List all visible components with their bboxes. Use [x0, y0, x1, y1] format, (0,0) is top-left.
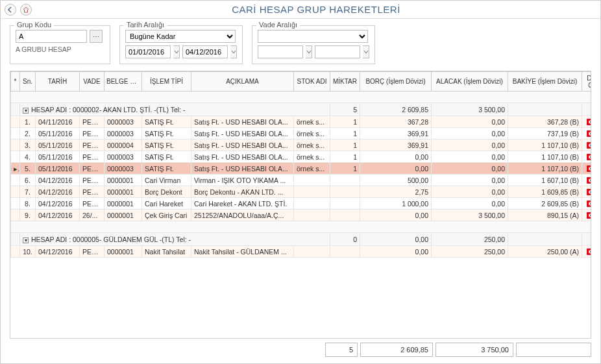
cell-tip: SATIŞ Ft.	[142, 140, 191, 151]
vade-from-input[interactable]	[258, 45, 303, 58]
calendar-icon[interactable]	[306, 45, 312, 58]
col-vade[interactable]: VADE	[80, 72, 104, 91]
total-borc: 2 609,85	[360, 343, 433, 357]
cell-stok: örnek s...	[294, 163, 330, 175]
col-alacak[interactable]: ALACAK (İşlem Dövizi)	[432, 72, 508, 91]
cell-stok	[294, 175, 330, 186]
col-tip[interactable]: İŞLEM TİPİ	[142, 72, 191, 91]
col-marker[interactable]: *	[11, 72, 20, 91]
flag-tr-icon	[587, 212, 591, 219]
table-row[interactable]: 9. 04/12/2016 26/... 0000001 Çek Giriş C…	[11, 210, 592, 221]
tarih-group: Tarih Aralığı Bugüne Kadar	[119, 25, 243, 64]
cell-belge: 0000003	[104, 128, 142, 140]
cell-vade: PEŞİN	[80, 198, 104, 210]
tarih-from-input[interactable]	[125, 45, 171, 58]
cell-tip: Çek Giriş Cari	[142, 210, 191, 221]
cell-belge: 0000001	[104, 175, 142, 186]
group-miktar: 0	[330, 233, 360, 246]
cell-aciklama: Satış Ft. - USD HESABI OLA...	[191, 163, 294, 175]
group-alacak: 3 500,00	[432, 103, 508, 116]
cell-stok: örnek s...	[294, 140, 330, 151]
table-row[interactable]: 2. 05/11/2016 PEŞİN 0000003 SATIŞ Ft. Sa…	[11, 128, 592, 140]
grup-kodu-lookup-button[interactable]: ⋯	[90, 30, 103, 43]
col-bakiye[interactable]: BAKİYE (İşlem Dövizi)	[508, 72, 582, 91]
cell-sn: 6.	[20, 175, 36, 186]
col-belge[interactable]: BELGE NO	[104, 72, 142, 91]
table-row[interactable]: 8. 04/12/2016 PEŞİN 0000001 Cari Hareket…	[11, 198, 592, 210]
cell-borc: 369,91	[360, 128, 432, 140]
vade-mode-select[interactable]	[258, 30, 368, 43]
collapse-icon[interactable]: ▾	[23, 108, 29, 114]
grup-kodu-input[interactable]	[16, 30, 87, 43]
cell-miktar: 1	[330, 163, 360, 175]
data-grid[interactable]: * Sn. TARİH VADE BELGE NO İŞLEM TİPİ AÇI…	[10, 71, 591, 339]
cell-alacak: 250,00	[432, 246, 508, 258]
group-header-row[interactable]: ▾HESAP ADI : 0000005- GÜLDANEM GÜL -(TL)…	[11, 233, 592, 246]
group-alacak: 250,00	[432, 233, 508, 246]
group-header-row[interactable]: ▾HESAP ADI : 0000002- AKAN LTD. ŞTİ. -(T…	[11, 103, 592, 116]
cell-alacak: 0,00	[432, 175, 508, 186]
cell-aciklama: Satış Ft. - USD HESABI OLA...	[191, 151, 294, 163]
table-row[interactable]: ▸ 5. 05/11/2016 PEŞİN 0000003 SATIŞ Ft. …	[11, 163, 592, 175]
cell-doviz: TL	[582, 116, 592, 128]
cell-alacak: 0,00	[432, 140, 508, 151]
col-sn[interactable]: Sn.	[20, 72, 36, 91]
cell-tarih: 04/12/2016	[36, 210, 80, 221]
tarih-mode-select[interactable]: Bugüne Kadar	[125, 30, 236, 43]
cell-bakiye: 1 107,10 (B)	[508, 163, 582, 175]
cell-borc: 2,75	[360, 186, 432, 198]
col-borc[interactable]: BORÇ (İşlem Dövizi)	[360, 72, 432, 91]
cell-aciklama: Satış Ft. - USD HESABI OLA...	[191, 140, 294, 151]
cell-tip: SATIŞ Ft.	[142, 163, 191, 175]
col-stok[interactable]: STOK ADI	[294, 72, 330, 91]
cell-sn: 2.	[20, 128, 36, 140]
cell-alacak: 3 500,00	[432, 210, 508, 221]
cell-belge: 0000001	[104, 186, 142, 198]
table-row[interactable]: 10. 04/12/2016 PEŞİN 0000001 Nakit Tahsi…	[11, 246, 592, 258]
cell-aciklama: Nakit Tahsilat - GÜLDANEM ...	[191, 246, 294, 258]
cell-stok: örnek s...	[294, 128, 330, 140]
cell-vade: PEŞİN	[80, 175, 104, 186]
back-button[interactable]	[5, 4, 16, 16]
cell-tip: Cari Virman	[142, 175, 191, 186]
cell-tarih: 05/11/2016	[36, 140, 80, 151]
col-doviz[interactable]: DÖVİZ CİNSİ	[582, 72, 592, 91]
table-row[interactable]: 3. 05/11/2016 PEŞİN 0000004 SATIŞ Ft. Sa…	[11, 140, 592, 151]
tarih-legend: Tarih Aralığı	[124, 21, 167, 29]
cell-doviz: TL	[582, 140, 592, 151]
total-bakiye	[516, 343, 591, 357]
table-row[interactable]: 6. 04/12/2016 PEŞİN 0000001 Cari Virman …	[11, 175, 592, 186]
flag-tr-icon	[587, 189, 591, 195]
vade-to-input[interactable]	[315, 45, 360, 58]
cell-miktar: 1	[330, 116, 360, 128]
home-button[interactable]	[20, 4, 32, 16]
cell-doviz: TL	[582, 198, 592, 210]
cell-tip: Nakit Tahsilat	[142, 246, 191, 258]
calendar-icon[interactable]	[230, 45, 237, 58]
col-tarih[interactable]: TARİH	[36, 72, 80, 91]
cell-miktar	[330, 210, 360, 221]
col-aciklama[interactable]: AÇIKLAMA	[191, 72, 294, 91]
tarih-to-input[interactable]	[182, 45, 228, 58]
table-row[interactable]: 1. 04/11/2016 PEŞİN 0000003 SATIŞ Ft. Sa…	[11, 116, 592, 128]
cell-bakiye: 1 107,10 (B)	[508, 151, 582, 163]
cell-vade: PEŞİN	[80, 246, 104, 258]
flag-tr-icon	[587, 177, 591, 184]
cell-belge: 0000003	[104, 163, 142, 175]
cell-stok	[294, 186, 330, 198]
cell-tip: SATIŞ Ft.	[142, 128, 191, 140]
cell-borc: 500,00	[360, 175, 432, 186]
table-row[interactable]: 4. 05/11/2016 PEŞİN 0000003 SATIŞ Ft. Sa…	[11, 151, 592, 163]
cell-stok	[294, 210, 330, 221]
cell-doviz: TL	[582, 128, 592, 140]
total-miktar: 5	[325, 343, 358, 357]
cell-vade: PEŞİN	[80, 186, 104, 198]
cell-alacak: 0,00	[432, 151, 508, 163]
cell-miktar: 1	[330, 140, 360, 151]
cell-sn: 3.	[20, 140, 36, 151]
collapse-icon[interactable]: ▾	[23, 237, 29, 243]
col-miktar[interactable]: MİKTAR	[330, 72, 360, 91]
calendar-icon[interactable]	[363, 45, 369, 58]
table-row[interactable]: 7. 04/12/2016 PEŞİN 0000001 Borç Dekont …	[11, 186, 592, 198]
calendar-icon[interactable]	[173, 45, 180, 58]
